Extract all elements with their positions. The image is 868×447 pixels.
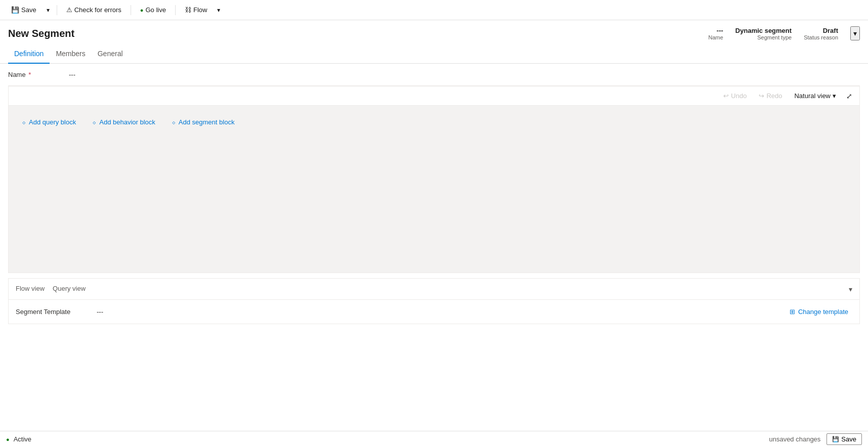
name-meta-value: --- (717, 27, 723, 34)
status-bar: ● Active unsaved changes 💾 Save (0, 431, 868, 447)
add-behavior-block-button[interactable]: ⬦ Add behavior block (89, 116, 158, 128)
status-reason-value: Draft (823, 27, 838, 34)
check-errors-label: Check for errors (74, 6, 121, 14)
tab-definition[interactable]: Definition (8, 44, 50, 64)
view-dropdown-button[interactable]: Natural view ▾ (791, 91, 839, 101)
flow-button[interactable]: ⛓ Flow (180, 4, 212, 16)
toolbar: 💾 Save ▾ ⚠ Check for errors ● Go live ⛓ … (0, 0, 868, 20)
page-title: New Segment (8, 28, 74, 39)
flow-view-tab[interactable]: Flow view (16, 285, 45, 293)
main-content: Name * --- ↩ Undo ↪ Redo Natural view ▾ … (0, 64, 868, 431)
divider-1 (57, 5, 57, 15)
check-icon: ⚠ (66, 6, 72, 14)
status-save-icon: 💾 (832, 436, 839, 442)
behavior-block-icon: ⬦ (92, 118, 96, 126)
divider-3 (175, 5, 176, 15)
status-save-button[interactable]: 💾 Save (826, 433, 862, 445)
tab-members[interactable]: Members (50, 44, 91, 64)
tab-general[interactable]: General (92, 44, 129, 64)
add-query-label: Add query block (29, 118, 76, 126)
add-segment-label: Add segment block (179, 118, 235, 126)
header-expand-button[interactable]: ▾ (850, 26, 860, 40)
go-live-label: Go live (146, 6, 166, 14)
query-block-icon: ⬦ (22, 118, 26, 126)
bottom-expand-icon: ▾ (849, 285, 852, 293)
add-query-block-button[interactable]: ⬦ Add query block (19, 116, 79, 128)
undo-icon: ↩ (723, 92, 729, 100)
bottom-section: Flow view Query view ▾ Segment Template … (8, 278, 860, 324)
name-row: Name * --- (8, 64, 860, 86)
segment-block-icon: ⬦ (172, 118, 176, 126)
unsaved-changes-text: unsaved changes (769, 435, 820, 443)
go-live-icon: ● (140, 7, 144, 13)
template-row: Segment Template --- ⊞ Change template (16, 306, 852, 318)
name-meta: --- Name (709, 27, 723, 40)
status-icon: ● (6, 436, 10, 442)
redo-icon: ↪ (759, 92, 764, 100)
redo-label: Redo (766, 92, 782, 100)
redo-button[interactable]: ↪ Redo (756, 91, 785, 101)
flow-dropdown-button[interactable]: ▾ (214, 5, 223, 16)
tab-bar: Definition Members General (0, 44, 868, 64)
template-label: Segment Template (16, 308, 97, 316)
page-header: New Segment --- Name Dynamic segment Seg… (0, 20, 868, 40)
status-reason-meta: Draft Status reason (804, 27, 838, 40)
status-text: Active (14, 435, 31, 443)
bottom-body: Segment Template --- ⊞ Change template (9, 299, 859, 324)
undo-button[interactable]: ↩ Undo (720, 91, 750, 101)
status-save-label: Save (841, 435, 856, 443)
segment-canvas: ↩ Undo ↪ Redo Natural view ▾ ⤢ ⬦ Add que… (8, 86, 860, 273)
expand-canvas-button[interactable]: ⤢ (845, 91, 853, 101)
view-chevron-icon: ▾ (833, 92, 836, 100)
canvas-body: ⬦ Add query block ⬦ Add behavior block ⬦… (9, 106, 859, 138)
bottom-header[interactable]: Flow view Query view ▾ (9, 279, 859, 299)
segment-type-label: Segment type (757, 34, 792, 40)
status-left: ● Active (6, 435, 31, 443)
status-reason-label: Status reason (804, 34, 838, 40)
save-dropdown-button[interactable]: ▾ (44, 5, 53, 16)
bottom-tabs: Flow view Query view (16, 285, 86, 293)
flow-label: Flow (193, 6, 207, 14)
check-errors-button[interactable]: ⚠ Check for errors (61, 4, 127, 16)
add-behavior-label: Add behavior block (99, 118, 155, 126)
canvas-toolbar: ↩ Undo ↪ Redo Natural view ▾ ⤢ (9, 86, 859, 106)
name-field-value: --- (69, 71, 75, 78)
segment-type-value: Dynamic segment (735, 27, 792, 34)
undo-label: Undo (731, 92, 747, 100)
save-button[interactable]: 💾 Save (6, 4, 42, 16)
view-label: Natural view (794, 92, 831, 100)
expand-icon: ⤢ (846, 92, 852, 100)
change-template-label: Change template (798, 308, 848, 316)
header-meta: --- Name Dynamic segment Segment type Dr… (709, 26, 860, 40)
change-template-button[interactable]: ⊞ Change template (786, 306, 852, 318)
name-required-indicator: * (28, 71, 31, 78)
name-meta-label: Name (709, 34, 723, 40)
name-field-label: Name * (8, 71, 69, 78)
status-right: unsaved changes 💾 Save (769, 433, 862, 445)
query-view-tab[interactable]: Query view (53, 285, 86, 293)
divider-2 (131, 5, 131, 15)
segment-type-meta: Dynamic segment Segment type (735, 27, 792, 40)
save-label: Save (21, 6, 36, 14)
flow-icon: ⛓ (185, 6, 191, 14)
save-icon: 💾 (11, 6, 19, 14)
add-segment-block-button[interactable]: ⬦ Add segment block (169, 116, 238, 128)
go-live-button[interactable]: ● Go live (135, 4, 171, 16)
template-value: --- (97, 308, 786, 316)
change-template-icon: ⊞ (790, 308, 795, 316)
